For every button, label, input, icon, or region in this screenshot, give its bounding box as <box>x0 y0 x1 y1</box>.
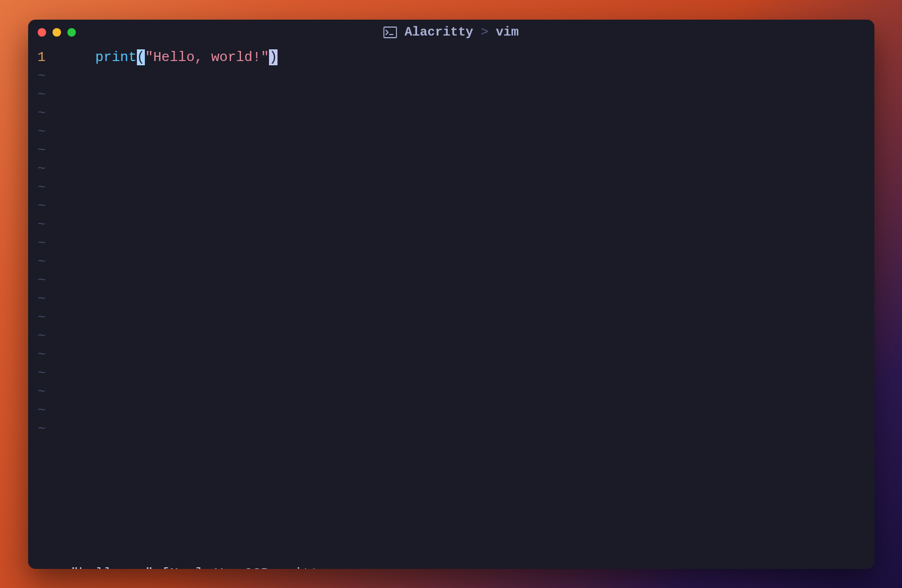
tilde-marker: ~ <box>28 215 79 234</box>
tilde-marker: ~ <box>28 271 79 290</box>
empty-line: ~ <box>28 104 874 123</box>
tilde-marker: ~ <box>28 104 79 123</box>
empty-line: ~ <box>28 420 874 438</box>
empty-line: ~ <box>28 364 874 383</box>
cursor: ) <box>269 49 277 65</box>
tilde-marker: ~ <box>28 85 79 104</box>
empty-line: ~ <box>28 123 874 141</box>
tilde-marker: ~ <box>28 160 79 178</box>
tilde-marker: ~ <box>28 141 79 160</box>
code-line[interactable]: 1 print("Hello, world!") <box>28 48 874 67</box>
empty-line: ~ <box>28 290 874 308</box>
window-title: Alacritty > vim <box>383 25 518 39</box>
tilde-marker: ~ <box>28 234 79 253</box>
empty-line: ~ <box>28 85 874 104</box>
editor-area[interactable]: 1 print("Hello, world!") ~~~~~~~~~~~~~~~… <box>28 45 874 543</box>
code-content[interactable]: print("Hello, world!") <box>79 48 874 67</box>
empty-line: ~ <box>28 253 874 271</box>
tilde-marker: ~ <box>28 383 79 401</box>
matching-paren-highlight: ( <box>137 49 145 65</box>
svg-rect-0 <box>384 27 396 38</box>
tilde-marker: ~ <box>28 290 79 308</box>
tilde-marker: ~ <box>28 401 79 420</box>
tilde-marker: ~ <box>28 345 79 364</box>
traffic-lights <box>38 28 76 37</box>
tilde-marker: ~ <box>28 197 79 215</box>
empty-line: ~ <box>28 383 874 401</box>
title-process-name: vim <box>496 25 518 39</box>
minimize-button[interactable] <box>53 28 61 37</box>
empty-line: ~ <box>28 197 874 215</box>
empty-line: ~ <box>28 67 874 85</box>
empty-line: ~ <box>28 215 874 234</box>
title-separator: > <box>481 25 488 39</box>
token-function: print <box>96 49 137 65</box>
tilde-marker: ~ <box>28 67 79 85</box>
close-button[interactable] <box>38 28 46 37</box>
empty-line: ~ <box>28 308 874 327</box>
empty-line: ~ <box>28 327 874 345</box>
title-app-name: Alacritty <box>404 25 473 39</box>
empty-line: ~ <box>28 345 874 364</box>
tilde-marker: ~ <box>28 420 79 438</box>
status-text: "hello.py" [New] 1L, 23B written <box>71 566 335 569</box>
tilde-marker: ~ <box>28 308 79 327</box>
status-line: "hello.py" [New] 1L, 23B written <box>28 543 874 569</box>
line-number: 1 <box>28 48 79 67</box>
empty-line: ~ <box>28 234 874 253</box>
tilde-marker: ~ <box>28 178 79 197</box>
empty-lines: ~~~~~~~~~~~~~~~~~~~~ <box>28 67 874 438</box>
empty-line: ~ <box>28 160 874 178</box>
empty-line: ~ <box>28 401 874 420</box>
empty-line: ~ <box>28 271 874 290</box>
titlebar[interactable]: Alacritty > vim <box>28 20 874 45</box>
maximize-button[interactable] <box>67 28 76 37</box>
terminal-window: Alacritty > vim 1 print("Hello, world!")… <box>28 20 874 569</box>
empty-line: ~ <box>28 141 874 160</box>
token-string: "Hello, world!" <box>145 49 269 65</box>
tilde-marker: ~ <box>28 364 79 383</box>
empty-line: ~ <box>28 178 874 197</box>
terminal-icon <box>383 27 397 38</box>
tilde-marker: ~ <box>28 327 79 345</box>
tilde-marker: ~ <box>28 253 79 271</box>
tilde-marker: ~ <box>28 123 79 141</box>
